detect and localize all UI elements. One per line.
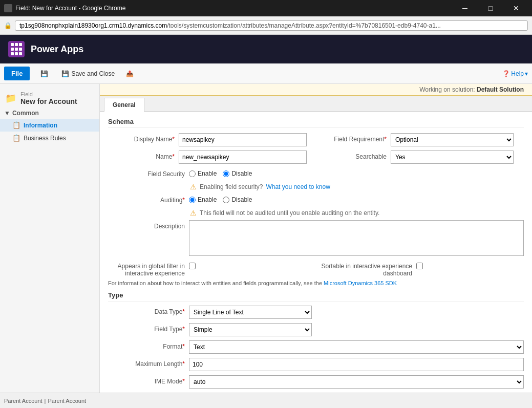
display-name-input[interactable] bbox=[179, 133, 307, 146]
checkboxes-row: Appears in global filter in interactive … bbox=[108, 262, 524, 277]
help-arrow: ▾ bbox=[525, 70, 528, 77]
url-highlight: tp1sg908nonphxplain18930org1.crm10.dynam… bbox=[19, 22, 167, 29]
ime-mode-select[interactable]: auto active inactive disabled bbox=[189, 375, 524, 389]
row-field-type: Field Type* Simple Calculated Rollup bbox=[108, 323, 524, 336]
row-name: Name* Searchable Yes No bbox=[108, 151, 524, 164]
sortable-label: Sortable in interactive experience dashb… bbox=[320, 262, 412, 277]
row-description: Description bbox=[108, 220, 524, 257]
field-requirement-select[interactable]: Optional Business Recommended Business R… bbox=[391, 133, 514, 146]
field-security-label: Field Security bbox=[108, 168, 185, 178]
save-close-label: Save and Close bbox=[71, 70, 115, 77]
auditing-enable-option[interactable]: Enable bbox=[189, 196, 217, 203]
name-input[interactable] bbox=[179, 151, 307, 164]
auditing-enable-radio[interactable] bbox=[189, 197, 196, 203]
close-button[interactable]: ✕ bbox=[504, 0, 528, 16]
window-controls: ─ □ ✕ bbox=[453, 0, 528, 16]
tabs: General bbox=[100, 96, 532, 112]
save-button[interactable]: 💾 bbox=[36, 68, 55, 80]
entity-label: Field bbox=[20, 91, 77, 97]
auditing-disable-option[interactable]: Disable bbox=[223, 196, 252, 203]
url-bar[interactable]: tp1sg908nonphxplain18930org1.crm10.dynam… bbox=[15, 20, 528, 31]
field-security-disable-radio[interactable] bbox=[223, 170, 229, 177]
business-rules-icon: 📋 bbox=[12, 134, 20, 142]
file-button[interactable]: File bbox=[4, 67, 30, 80]
content-area: Working on solution: Default Solution Ge… bbox=[100, 84, 532, 408]
window-title: Field: New for Account - Google Chrome bbox=[15, 5, 125, 12]
common-group: ▼ Common 📋 Information 📋 Business Rules bbox=[0, 108, 99, 144]
searchable-select[interactable]: Yes No bbox=[391, 151, 514, 164]
sortable-checkbox[interactable] bbox=[416, 263, 423, 269]
sidebar-item-information-label: Information bbox=[24, 122, 57, 129]
ime-mode-label: IME Mode* bbox=[108, 375, 185, 385]
row-field-security: Field Security Enable Disable bbox=[108, 168, 524, 178]
field-requirement-label: Field Requirement* bbox=[320, 133, 387, 143]
display-name-req: * bbox=[172, 136, 175, 143]
type-title: Type bbox=[108, 291, 524, 302]
warning-icon: ⚠ bbox=[190, 183, 197, 191]
format-select[interactable]: Text Email URL Phone bbox=[189, 340, 524, 354]
row-max-length: Maximum Length* bbox=[108, 358, 524, 371]
info-text: For information about how to interact wi… bbox=[108, 280, 524, 286]
maximize-button[interactable]: □ bbox=[479, 0, 502, 16]
row-ime-mode: IME Mode* auto active inactive disabled bbox=[108, 375, 524, 389]
auditing-radio-group: Enable Disable bbox=[189, 194, 252, 203]
row-auditing: Auditing* Enable Disable bbox=[108, 194, 524, 204]
help-label: Help bbox=[511, 70, 524, 77]
appears-in-filter-col: Appears in global filter in interactive … bbox=[108, 262, 312, 277]
bottom-bar: Parent Account | Parent Account bbox=[0, 393, 532, 408]
bottom-separator: | bbox=[45, 398, 46, 404]
appears-in-filter-checkbox[interactable] bbox=[189, 263, 196, 269]
sidebar-item-information[interactable]: 📋 Information bbox=[0, 119, 99, 132]
toolbar: File 💾 💾 Save and Close 📤 ❓ Help ▾ bbox=[0, 63, 532, 84]
bottom-label1: Parent Account bbox=[4, 398, 42, 404]
data-type-label: Data Type* bbox=[108, 306, 185, 315]
warning-link[interactable]: What you need to know bbox=[266, 183, 330, 190]
data-type-select[interactable]: Single Line of Text Multiple Lines of Te… bbox=[189, 306, 312, 319]
row-format: Format* Text Email URL Phone bbox=[108, 340, 524, 354]
save-close-button[interactable]: 💾 Save and Close bbox=[57, 68, 119, 80]
field-type-select[interactable]: Simple Calculated Rollup bbox=[189, 323, 312, 336]
solution-name: Default Solution bbox=[477, 86, 524, 93]
auditing-disable-radio[interactable] bbox=[223, 197, 229, 203]
title-bar: Field: New for Account - Google Chrome ─… bbox=[0, 0, 532, 16]
row-data-type: Data Type* Single Line of Text Multiple … bbox=[108, 306, 524, 319]
sidebar-item-business-rules[interactable]: 📋 Business Rules bbox=[0, 132, 99, 144]
publish-button[interactable]: 📤 bbox=[121, 68, 138, 80]
solution-working-on: Working on solution: bbox=[419, 86, 475, 93]
app-header: Power Apps bbox=[0, 35, 532, 63]
field-security-enable-option[interactable]: Enable bbox=[189, 170, 217, 177]
name-label: Name* bbox=[108, 151, 175, 160]
information-icon: 📋 bbox=[12, 121, 20, 129]
bottom-label2: Parent Account bbox=[48, 398, 86, 404]
tab-general[interactable]: General bbox=[104, 98, 144, 112]
schema-title: Schema bbox=[108, 118, 524, 128]
auditing-label: Auditing* bbox=[108, 194, 185, 204]
searchable-label: Searchable bbox=[320, 151, 387, 160]
folder-icon: 📁 bbox=[5, 93, 16, 104]
apps-grid-icon[interactable] bbox=[8, 41, 25, 57]
audit-warning-text: This field will not be audited until you… bbox=[200, 209, 379, 217]
max-length-input[interactable] bbox=[189, 358, 524, 371]
sidebar: 📁 Field New for Account ▼ Common 📋 Infor… bbox=[0, 84, 100, 408]
publish-icon: 📤 bbox=[126, 70, 134, 77]
help-icon: ❓ bbox=[502, 70, 510, 77]
entity-info: Field New for Account bbox=[20, 91, 77, 105]
auditing-warning: ⚠ This field will not be audited until y… bbox=[108, 208, 524, 220]
solution-bar: Working on solution: Default Solution bbox=[100, 84, 532, 96]
info-prefix: For information about how to interact wi… bbox=[108, 280, 322, 286]
entity-name: New for Account bbox=[20, 97, 77, 105]
warning-text: Enabling field security? bbox=[200, 183, 263, 190]
field-security-disable-option[interactable]: Disable bbox=[223, 170, 252, 177]
minimize-button[interactable]: ─ bbox=[453, 0, 477, 16]
common-label: Common bbox=[12, 110, 39, 117]
lock-icon: 🔒 bbox=[4, 22, 12, 29]
field-security-enable-radio[interactable] bbox=[189, 170, 196, 177]
app-title: Power Apps bbox=[31, 44, 83, 55]
max-length-label: Maximum Length* bbox=[108, 358, 185, 368]
help-button[interactable]: ❓ Help ▾ bbox=[502, 70, 528, 77]
common-group-label[interactable]: ▼ Common bbox=[0, 108, 99, 119]
description-textarea[interactable] bbox=[189, 220, 524, 256]
sortable-col: Sortable in interactive experience dashb… bbox=[320, 262, 524, 277]
sdk-link[interactable]: Microsoft Dynamics 365 SDK bbox=[324, 280, 397, 286]
audit-warning-icon: ⚠ bbox=[190, 209, 197, 217]
